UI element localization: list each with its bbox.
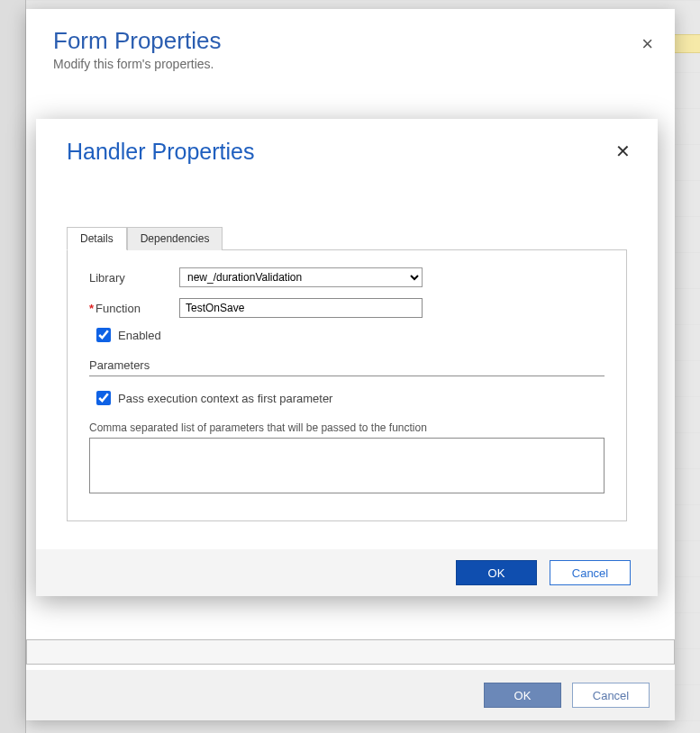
ok-button[interactable]: OK <box>456 560 537 585</box>
handler-properties-header: Handler Properties ✕ <box>36 119 658 172</box>
function-row: *Function <box>89 297 605 319</box>
tab-panel-details: Library new_/durationValidation *Functio… <box>67 249 627 521</box>
handler-properties-footer: OK Cancel <box>36 549 658 596</box>
form-properties-dropdown[interactable] <box>26 639 675 665</box>
handler-properties-dialog: Handler Properties ✕ Details Dependencie… <box>36 119 658 596</box>
cancel-button[interactable]: Cancel <box>550 560 631 585</box>
required-asterisk-icon: * <box>89 302 94 315</box>
form-properties-subtitle: Modify this form's properties. <box>53 57 648 71</box>
handler-properties-title: Handler Properties <box>67 139 627 165</box>
pass-context-row: Pass execution context as first paramete… <box>96 391 605 405</box>
enabled-checkbox[interactable] <box>96 328 111 342</box>
params-hint: Comma separated list of parameters that … <box>89 421 605 434</box>
handler-properties-body: Details Dependencies Library new_/durati… <box>36 172 658 549</box>
close-icon[interactable]: ✕ <box>615 142 631 160</box>
form-properties-header: Form Properties Modify this form's prope… <box>26 9 675 80</box>
function-input[interactable] <box>179 298 423 318</box>
function-label-text: Function <box>95 302 141 315</box>
form-properties-footer: OK Cancel <box>26 670 675 720</box>
library-row: Library new_/durationValidation <box>89 267 605 288</box>
background-left-edge <box>0 0 26 733</box>
function-label: *Function <box>89 302 170 315</box>
cancel-button[interactable]: Cancel <box>572 683 650 708</box>
ok-button[interactable]: OK <box>484 683 561 708</box>
pass-context-label: Pass execution context as first paramete… <box>118 392 332 405</box>
parameters-textarea[interactable] <box>89 438 605 493</box>
tab-dependencies[interactable]: Dependencies <box>127 227 223 250</box>
parameters-divider <box>89 376 605 376</box>
tabs-row: Details Dependencies <box>67 226 627 249</box>
close-icon[interactable]: × <box>641 34 653 54</box>
pass-context-checkbox[interactable] <box>96 391 111 405</box>
enabled-row: Enabled <box>96 328 605 342</box>
tab-details[interactable]: Details <box>67 227 127 250</box>
enabled-label: Enabled <box>118 329 161 342</box>
library-select[interactable]: new_/durationValidation <box>179 267 423 287</box>
form-properties-title: Form Properties <box>53 27 648 55</box>
library-label: Library <box>89 271 170 285</box>
parameters-section-title: Parameters <box>89 358 605 372</box>
